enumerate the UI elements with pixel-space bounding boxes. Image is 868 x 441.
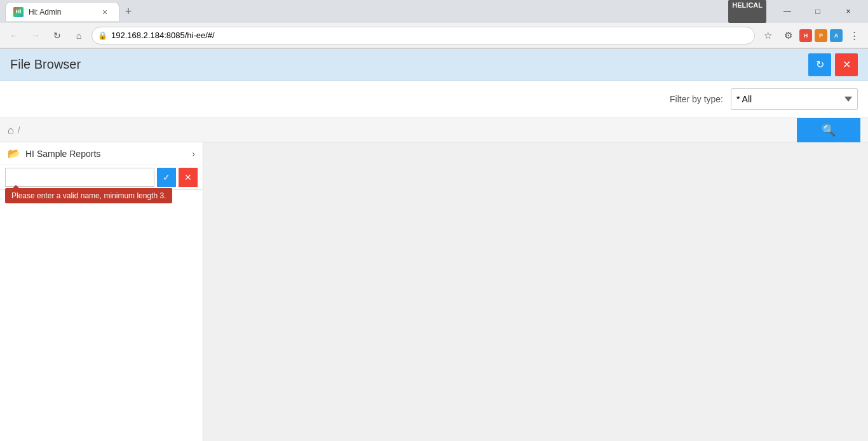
address-bar: ← → ↻ ⌂ 🔒 ☆ ⚙ H P A ⋮ — [0, 23, 868, 48]
menu-button[interactable]: ⋮ — [845, 27, 863, 44]
browser-actions: ☆ ⚙ H P A ⋮ — [759, 27, 863, 44]
ext-icon-1[interactable]: H — [799, 29, 812, 42]
error-message: Please enter a valid name, minimum lengt… — [11, 191, 166, 200]
maximize-button[interactable]: □ — [803, 0, 832, 23]
main-content: 📂 HI Sample Reports › ✓ ✕ Please enter a… — [0, 142, 868, 441]
window-controls: HELICAL — □ × — [728, 0, 863, 23]
forward-button[interactable]: → — [27, 27, 44, 44]
folder-icon: 📂 — [8, 147, 20, 159]
left-panel: 📂 HI Sample Reports › ✓ ✕ Please enter a… — [0, 142, 203, 441]
checkmark-icon: ✓ — [163, 172, 170, 182]
new-tab-button[interactable]: + — [119, 3, 137, 20]
right-panel — [203, 142, 868, 441]
breadcrumb-bar: ⌂ / 🔍 — [0, 118, 868, 142]
breadcrumb-separator: / — [18, 125, 20, 135]
tab-bar: Hi Hi: Admin × + HELICAL — □ × — [0, 0, 868, 23]
folder-item[interactable]: 📂 HI Sample Reports › — [0, 142, 203, 165]
filter-label: Filter by type: — [670, 94, 723, 104]
rename-form: ✓ ✕ Please enter a valid name, minimum l… — [0, 165, 203, 190]
page-title: File Browser — [10, 57, 81, 72]
close-icon: ✕ — [843, 58, 851, 71]
minimize-button[interactable]: — — [773, 0, 802, 23]
folder-arrow-icon: › — [192, 149, 195, 159]
tab-close-button[interactable]: × — [98, 6, 111, 18]
breadcrumb-home-icon[interactable]: ⌂ — [8, 125, 14, 136]
search-icon: 🔍 — [822, 123, 836, 137]
folder-name: HI Sample Reports — [25, 149, 187, 159]
header-actions: ↻ ✕ — [808, 53, 858, 76]
bookmark-button[interactable]: ☆ — [759, 27, 776, 44]
refresh-button[interactable]: ↻ — [808, 53, 831, 76]
tab-title: Hi: Admin — [29, 8, 93, 17]
filter-select[interactable]: * All Reports Dashboards Saved Queries — [731, 88, 858, 110]
active-tab[interactable]: Hi Hi: Admin × — [5, 2, 119, 21]
refresh-icon: ↻ — [816, 58, 824, 71]
rename-cancel-button[interactable]: ✕ — [179, 168, 198, 187]
window-close-button[interactable]: × — [834, 0, 863, 23]
url-input[interactable] — [92, 27, 755, 44]
ext-icon-3[interactable]: A — [830, 29, 843, 42]
app-header: File Browser ↻ ✕ — [0, 49, 868, 81]
url-lock-icon: 🔒 — [98, 31, 107, 40]
tab-favicon: Hi — [13, 7, 24, 17]
back-button[interactable]: ← — [5, 27, 23, 44]
home-button[interactable]: ⌂ — [70, 27, 88, 44]
close-button[interactable]: ✕ — [835, 53, 858, 76]
filter-bar: Filter by type: * All Reports Dashboards… — [0, 81, 868, 118]
reload-button[interactable]: ↻ — [48, 27, 66, 44]
cancel-icon: ✕ — [184, 172, 192, 182]
extensions-button[interactable]: ⚙ — [779, 27, 797, 44]
rename-input[interactable] — [5, 168, 154, 187]
url-container: 🔒 — [92, 27, 755, 44]
ext-icon-2[interactable]: P — [815, 29, 827, 42]
helical-badge: HELICAL — [728, 0, 766, 23]
search-button[interactable]: 🔍 — [797, 118, 860, 142]
error-tooltip: Please enter a valid name, minimum lengt… — [5, 188, 172, 203]
browser-chrome: Hi Hi: Admin × + HELICAL — □ × ← → ↻ ⌂ 🔒… — [0, 0, 868, 49]
rename-confirm-button[interactable]: ✓ — [157, 168, 176, 187]
